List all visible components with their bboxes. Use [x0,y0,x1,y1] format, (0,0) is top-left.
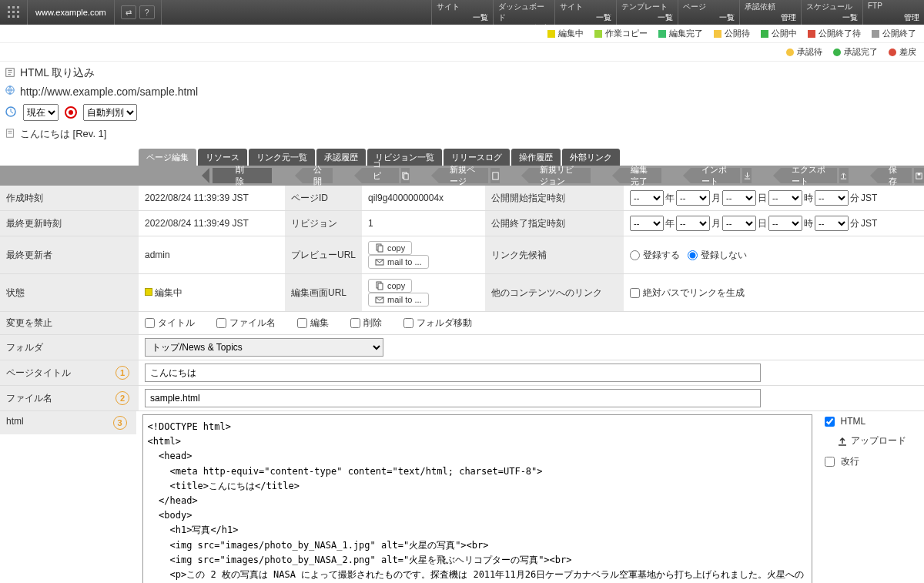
copy-doc-icon[interactable] [401,168,410,183]
new-page-icon[interactable] [490,168,500,183]
tab-リソース[interactable]: リソース [198,149,247,166]
page-header: HTML 取り込み [0,62,924,82]
tab-ページ編集[interactable]: ページ編集 [139,149,196,166]
topnav-ダッシュボード[interactable]: ダッシュボード設定 [493,0,554,25]
tab-承認履歴[interactable]: 承認履歴 [316,149,366,166]
forbid-タイトル[interactable]: タイトル [145,317,195,328]
record-icon[interactable] [65,106,77,119]
copy-button[interactable]: コピー [362,168,399,183]
help-icon[interactable]: ? [139,5,155,19]
forbid-編集[interactable]: 編集 [297,317,329,328]
svg-rect-22 [378,283,383,290]
clock-icon [5,106,17,120]
auto-detect-select[interactable]: 自動判別 [83,104,137,121]
site-domain[interactable]: www.example.com [28,0,114,25]
topnav-ページ[interactable]: ページ一覧 [678,0,739,25]
svg-rect-4 [12,11,15,13]
topnav-FTP[interactable]: FTP管理 [862,0,924,25]
status-承認完了: 承認完了 [833,46,878,58]
topnav-承認依頼[interactable]: 承認依頼管理 [739,0,801,25]
pubend-label: 公開終了指定時刻 [485,211,624,236]
abs-path-checkbox[interactable]: 絶対パスでリンクを生成 [630,287,745,298]
step-2-badge: 2 [116,391,129,405]
date-day-select[interactable]: -- [722,190,756,206]
topnav-サイト[interactable]: サイト一覧 [554,0,616,25]
page-controls: 現在 自動判別 [0,101,924,124]
status-legend-2: 承認待承認完了差戻 [0,43,924,62]
export-button[interactable]: エクスポート [781,168,837,183]
folder-select[interactable]: トップ/News & Topics [145,338,383,357]
date-min-select[interactable]: -- [815,190,849,206]
filename-row: ファイル名2 [0,386,924,411]
delete-button[interactable]: 削除 [213,168,272,183]
forbid-options: タイトルファイル名編集削除フォルダ移動 [139,312,924,335]
editurl-copy-button[interactable]: copy [368,279,412,293]
preview-actions: copy mail to ... [362,236,485,274]
date-year-select[interactable]: -- [630,216,664,231]
edit-done-button[interactable]: 編集完了 [620,168,661,183]
html-textarea[interactable] [142,414,812,583]
status-作業コピー: 作業コピー [594,28,648,39]
time-select[interactable]: 現在 [23,104,59,121]
step-3-badge: 3 [113,416,127,430]
svg-rect-19 [378,246,383,252]
preview-mail-button[interactable]: mail to ... [368,255,429,269]
meta-table: 作成時刻 2022/08/24 11:39:39 JST ページID qil9g… [0,186,924,335]
created-label: 作成時刻 [0,186,139,211]
tab-操作履歴[interactable]: 操作履歴 [511,149,561,166]
tool-icon-1[interactable]: ⇄ [121,5,136,19]
new-revision-button[interactable]: 新規リビジョン [529,168,591,183]
import-icon-btn[interactable] [742,168,752,183]
revision-value: 1 [362,211,485,236]
forbid-ファイル名[interactable]: ファイル名 [216,317,276,328]
top-nav: サイト一覧ダッシュボード設定サイト一覧テンプレート一覧ページ一覧承認依頼管理スケ… [431,0,924,25]
pubstart-label: 公開開始指定時刻 [485,186,624,211]
topnav-テンプレート[interactable]: テンプレート一覧 [616,0,678,25]
upload-link[interactable]: アップロード [825,434,918,447]
forbid-フォルダ移動[interactable]: フォルダ移動 [403,317,472,328]
tab-外部リンク[interactable]: 外部リンク [562,149,620,166]
status-legend-1: 編集中作業コピー編集完了公開待公開中公開終了待公開終了 [0,25,924,43]
tab-リリースログ[interactable]: リリースログ [444,149,510,166]
date-month-select[interactable]: -- [676,190,710,206]
html-checkbox[interactable]: HTML [825,416,918,427]
title-input[interactable] [145,364,761,382]
publish-button[interactable]: 公開 [303,168,333,183]
status-差戻: 差戻 [889,46,916,58]
date-year-select[interactable]: -- [630,190,664,206]
date-month-select[interactable]: -- [676,216,710,231]
html-row: html3 HTML アップロード 改行 [0,411,924,583]
svg-rect-17 [918,173,921,175]
filename-input[interactable] [145,389,761,407]
otherlink-value: 絶対パスでリンクを生成 [624,274,924,312]
wrap-checkbox[interactable]: 改行 [825,455,918,468]
revision-label: こんにちは [Rev. 1] [20,127,106,141]
topnav-サイト[interactable]: サイト一覧 [431,0,493,25]
top-bar: www.example.com ⇄ ? サイト一覧ダッシュボード設定サイト一覧テ… [0,0,924,25]
forbid-削除[interactable]: 削除 [350,317,382,328]
import-button[interactable]: インポート [691,168,740,183]
status-公開待: 公開待 [714,28,750,39]
content-tabs: ページ編集リソースリンク元一覧承認履歴リビジョン一覧リリースログ操作履歴外部リン… [139,149,924,166]
save-button[interactable]: 保存 [878,168,912,183]
register-no-radio[interactable]: 登録しない [688,250,747,260]
status-公開終了待: 公開終了待 [808,28,861,39]
topnav-スケジュール[interactable]: スケジュール一覧 [801,0,862,25]
preview-copy-button[interactable]: copy [368,241,412,255]
new-page-button[interactable]: 新規ページ [439,168,488,183]
updated-value: 2022/08/24 11:39:49 JST [139,211,285,236]
title-row: ページタイトル1 [0,360,924,386]
register-yes-radio[interactable]: 登録する [630,250,680,260]
date-hour-select[interactable]: -- [768,190,802,206]
date-hour-select[interactable]: -- [768,216,802,231]
save-icon-btn[interactable] [914,168,924,183]
export-icon-btn[interactable] [839,168,849,183]
tab-リンク元一覧[interactable]: リンク元一覧 [249,149,315,166]
date-day-select[interactable]: -- [722,216,756,231]
editurl-mail-button[interactable]: mail to ... [368,293,429,307]
filename-label: ファイル名 [6,392,52,405]
date-min-select[interactable]: -- [815,216,849,231]
svg-rect-6 [8,15,10,18]
html-label: html [6,416,24,427]
status-編集完了: 編集完了 [658,28,703,39]
